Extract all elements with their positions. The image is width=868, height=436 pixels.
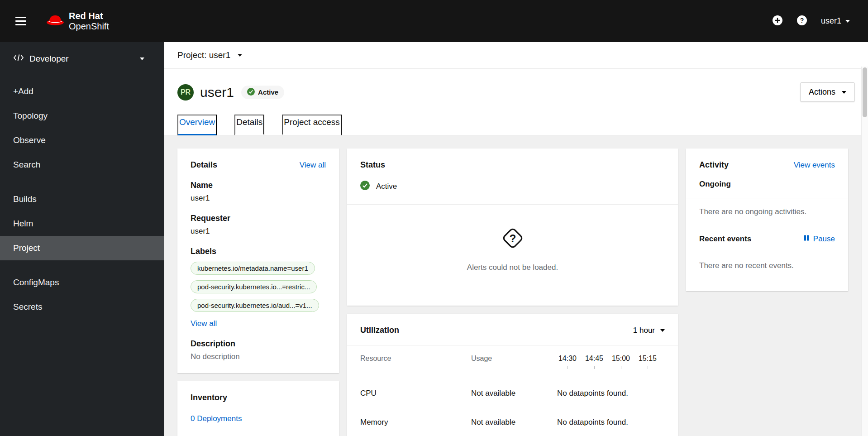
sidebar-item-search[interactable]: Search	[0, 153, 164, 177]
label-pill[interactable]: kubernetes.io/metadata.name=user1	[191, 262, 315, 275]
time-tick-label: 14:30	[558, 355, 577, 363]
user-menu-label: user1	[821, 16, 841, 26]
resource-datapoints: No datapoints found.	[557, 398, 665, 427]
brand-line2: OpenShift	[69, 21, 109, 31]
main-content: Project: user1 PR user1 Active Act	[164, 42, 868, 436]
resource-name: Memory	[360, 398, 471, 427]
axis-tick	[594, 366, 595, 369]
redhat-hat-icon	[46, 13, 64, 29]
tab-project-access[interactable]: Project access	[282, 115, 342, 135]
status-badge: Active	[241, 86, 284, 99]
perspective-switcher[interactable]: Developer	[0, 42, 164, 75]
masthead: Red Hat OpenShift ? user1	[0, 0, 868, 42]
pause-icon	[803, 235, 810, 244]
page-header: PR user1 Active Actions O	[164, 69, 868, 136]
chevron-down-icon	[845, 20, 850, 23]
activity-card-title: Activity	[699, 160, 729, 170]
chevron-down-icon	[140, 57, 144, 60]
axis-tick	[621, 366, 621, 369]
scrollbar-thumb[interactable]	[863, 67, 867, 117]
sidebar-item-project[interactable]: Project	[0, 236, 164, 260]
resource-usage: Not available	[471, 369, 557, 398]
project-selector[interactable]: Project: user1	[164, 42, 868, 69]
check-circle-icon	[360, 181, 370, 192]
resource-name: CPU	[360, 369, 471, 398]
alerts-empty-message: Alerts could not be loaded.	[467, 263, 558, 272]
resource-datapoints: No datapoints found.	[557, 369, 665, 398]
status-state-label: Active	[376, 182, 397, 191]
view-events-link[interactable]: View events	[794, 161, 835, 170]
time-tick-label: 15:15	[639, 355, 657, 363]
tab-details[interactable]: Details	[234, 115, 264, 135]
label-pill[interactable]: pod-security.kubernetes.io...=restric...	[191, 280, 317, 293]
project-resource-badge: PR	[177, 84, 194, 101]
axis-tick	[648, 366, 648, 369]
labels-view-all-link[interactable]: View all	[191, 319, 217, 328]
ongoing-label: Ongoing	[699, 180, 835, 189]
recent-events-label: Recent events	[699, 235, 751, 244]
tab-bar: Overview Details Project access	[177, 115, 855, 135]
ongoing-empty-message: There are no ongoing activities.	[699, 198, 835, 225]
details-card-title: Details	[191, 160, 217, 170]
usage-column-header: Usage	[471, 345, 557, 363]
perspective-label: Developer	[29, 54, 69, 64]
sidebar-item-configmaps[interactable]: ConfigMaps	[0, 270, 164, 295]
duration-label: 1 hour	[633, 326, 655, 335]
labels-label: Labels	[191, 247, 326, 256]
description-label: Description	[191, 339, 326, 349]
pause-events-button[interactable]: Pause	[803, 235, 835, 244]
pause-label: Pause	[813, 235, 835, 244]
sidebar-item-builds[interactable]: Builds	[0, 187, 164, 211]
details-view-all-link[interactable]: View all	[300, 161, 326, 170]
sidebar-item-topology[interactable]: Topology	[0, 104, 164, 128]
time-tick-label: 14:45	[585, 355, 603, 363]
resource-column-header: Resource	[360, 345, 471, 363]
time-tick-label: 15:00	[612, 355, 630, 363]
axis-tick	[568, 366, 568, 369]
sidebar-item-observe[interactable]: Observe	[0, 128, 164, 153]
sidebar-nav: Developer +Add Topology Observe Search B…	[0, 42, 164, 436]
project-selector-label: Project: user1	[177, 50, 230, 60]
inventory-card-title: Inventory	[191, 393, 227, 402]
status-card-title: Status	[360, 160, 385, 170]
inventory-card: Inventory 0 Deployments	[177, 381, 339, 436]
add-button[interactable]	[772, 15, 783, 27]
requester-label: Requester	[191, 214, 326, 223]
tab-overview[interactable]: Overview	[177, 115, 217, 135]
actions-label: Actions	[809, 87, 835, 97]
name-value: user1	[191, 194, 326, 203]
brand-logo: Red Hat OpenShift	[46, 11, 109, 31]
recent-empty-message: There are no recent events.	[699, 252, 835, 279]
svg-text:?: ?	[509, 232, 516, 244]
help-icon: ?	[796, 15, 807, 27]
actions-dropdown[interactable]: Actions	[800, 82, 855, 102]
menu-toggle-button[interactable]	[12, 13, 30, 29]
name-label: Name	[191, 181, 326, 190]
question-diamond-icon: ?	[499, 225, 526, 254]
help-button[interactable]: ?	[796, 15, 807, 27]
chevron-down-icon	[238, 54, 242, 57]
utilization-card-title: Utilization	[360, 326, 399, 335]
resource-usage: Not available	[471, 398, 557, 427]
brand-line1: Red Hat	[69, 11, 109, 21]
status-badge-label: Active	[258, 88, 278, 96]
scrollbar[interactable]	[861, 67, 868, 436]
user-menu[interactable]: user1	[821, 16, 850, 26]
utilization-card: Utilization 1 hour Resource Usage 14:30 …	[347, 314, 678, 436]
sidebar-item-add[interactable]: +Add	[0, 79, 164, 104]
inventory-deployments-link[interactable]: 0 Deployments	[191, 414, 242, 423]
plus-circle-icon	[772, 15, 783, 27]
description-value: No description	[191, 352, 326, 361]
status-card: Status Active	[347, 149, 678, 306]
duration-dropdown[interactable]: 1 hour	[633, 326, 665, 335]
label-pill[interactable]: pod-security.kubernetes.io/aud...=v1...	[191, 299, 319, 312]
check-circle-icon	[247, 88, 255, 97]
details-card: Details View all Name user1 Requester us…	[177, 149, 339, 373]
code-icon	[13, 54, 24, 64]
svg-text:?: ?	[800, 17, 804, 24]
sidebar-item-secrets[interactable]: Secrets	[0, 295, 164, 319]
page-title: user1	[200, 85, 234, 100]
requester-value: user1	[191, 227, 326, 236]
activity-card: Activity View events Ongoing There are n…	[686, 149, 848, 291]
sidebar-item-helm[interactable]: Helm	[0, 211, 164, 236]
